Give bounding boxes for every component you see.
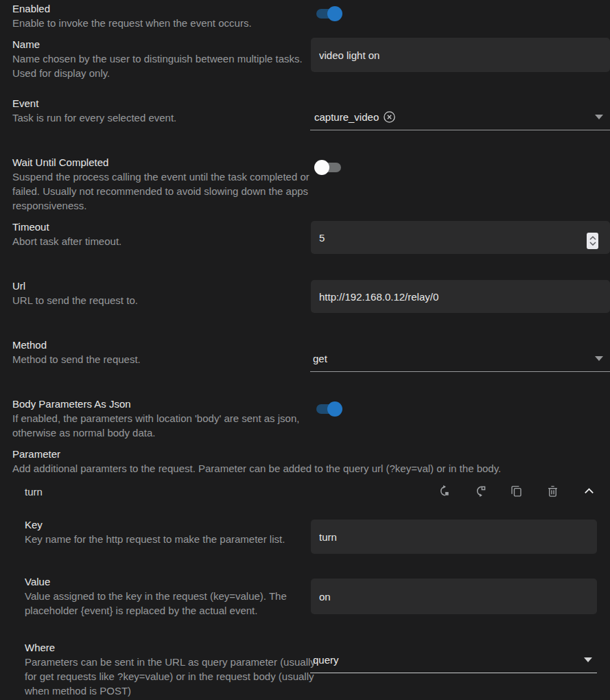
duplicate-button[interactable]	[509, 484, 523, 498]
where-select[interactable]: query	[310, 646, 597, 673]
key-label: Key	[25, 517, 316, 532]
delete-icon	[546, 485, 559, 498]
enabled-toggle[interactable]	[314, 5, 343, 22]
where-label: Where	[25, 640, 316, 655]
move-down-button[interactable]	[473, 484, 486, 498]
toggle-knob	[327, 6, 342, 21]
event-label: Event	[12, 96, 315, 110]
url-description: URL to send the request to.	[12, 293, 315, 307]
dropdown-arrow-icon	[584, 657, 592, 662]
value-input[interactable]	[311, 579, 597, 614]
event-select[interactable]: capture_video	[310, 104, 610, 130]
where-description: Parameters can be sent in the URL as que…	[25, 655, 316, 698]
url-label: Url	[12, 279, 315, 293]
value-description: Value assigned to the key in the request…	[25, 589, 316, 618]
wait-label: Wait Until Completed	[12, 155, 315, 170]
method-label: Method	[12, 338, 315, 352]
wait-description: Suspend the process calling the event un…	[12, 170, 315, 213]
parameter-item-title: turn	[25, 486, 43, 498]
url-field-box	[311, 280, 610, 313]
toggle-knob	[327, 401, 342, 417]
key-description: Key name for the http request to make th…	[25, 532, 316, 546]
method-selected-value: get	[310, 353, 327, 364]
where-selected-value: query	[310, 654, 339, 666]
move-up-button[interactable]	[436, 484, 450, 498]
parameter-description: Add additional paramters to the request.…	[12, 461, 604, 476]
move-up-icon	[437, 485, 450, 498]
key-input[interactable]	[311, 520, 597, 554]
duplicate-icon	[510, 485, 523, 498]
name-field-box	[311, 38, 610, 72]
enabled-description: Enable to invoke the request when the ev…	[12, 16, 315, 30]
key-field-box	[311, 520, 597, 554]
collapse-button[interactable]	[582, 484, 596, 498]
method-select[interactable]: get	[310, 345, 610, 372]
body-json-toggle[interactable]	[314, 401, 343, 417]
move-down-icon	[473, 485, 486, 498]
timeout-input[interactable]	[311, 221, 610, 254]
timeout-description: Abort task after timeout.	[12, 234, 315, 248]
spinner-up-icon[interactable]	[589, 236, 596, 240]
method-description: Method to send the request.	[12, 352, 315, 366]
name-input[interactable]	[311, 38, 610, 72]
chip-remove-icon[interactable]	[383, 110, 396, 124]
url-input[interactable]	[311, 280, 610, 313]
name-description: Name chosen by the user to distinguish b…	[12, 51, 315, 80]
enabled-label: Enabled	[12, 1, 315, 16]
event-description: Task is run for every selected event.	[12, 110, 315, 125]
parameter-label: Parameter	[12, 447, 604, 461]
name-label: Name	[12, 37, 315, 51]
timeout-label: Timeout	[12, 220, 315, 234]
toggle-knob	[314, 160, 329, 175]
chevron-up-icon	[583, 485, 596, 498]
wait-toggle[interactable]	[314, 159, 343, 176]
value-field-box	[311, 579, 597, 614]
parameter-item-actions	[436, 484, 596, 498]
delete-button[interactable]	[546, 484, 559, 498]
task-settings-form: Enabled Enable to invoke the request whe…	[0, 0, 610, 700]
timeout-field-box	[311, 221, 610, 254]
event-chip: capture_video	[310, 110, 396, 124]
body-json-description: If enabled, the parameters with location…	[12, 411, 315, 440]
dropdown-arrow-icon	[595, 356, 603, 361]
body-json-label: Body Parameters As Json	[12, 397, 315, 411]
number-spinner[interactable]	[587, 233, 598, 249]
spinner-down-icon[interactable]	[589, 242, 596, 246]
value-label: Value	[25, 574, 316, 589]
event-chip-label: capture_video	[314, 111, 379, 123]
dropdown-arrow-icon	[595, 115, 603, 119]
